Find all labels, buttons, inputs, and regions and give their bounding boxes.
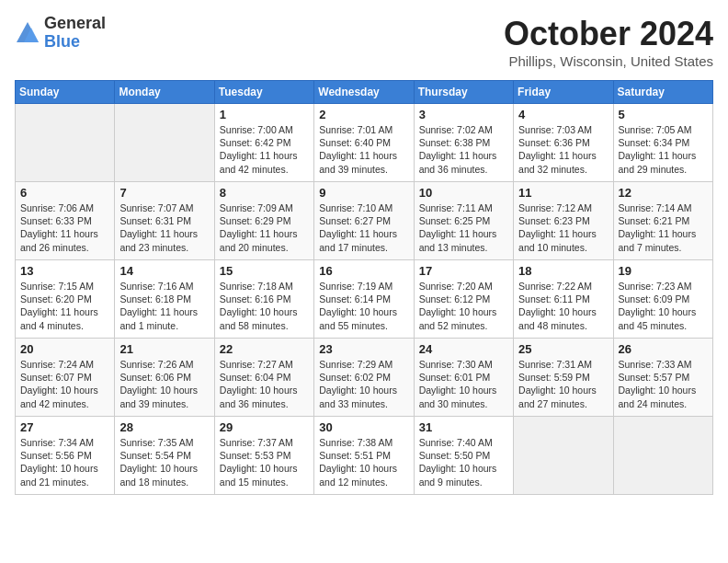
calendar-cell: 19Sunrise: 7:23 AMSunset: 6:09 PMDayligh… xyxy=(613,260,712,339)
cell-info-line: Sunset: 6:21 PM xyxy=(619,214,708,227)
calendar-cell: 18Sunrise: 7:22 AMSunset: 6:11 PMDayligh… xyxy=(514,260,613,339)
cell-info-line: Sunset: 6:04 PM xyxy=(220,371,309,384)
cell-info-line: Sunset: 6:38 PM xyxy=(419,136,508,149)
weekday-header: Saturday xyxy=(613,81,712,104)
cell-info-line: Daylight: 10 hours xyxy=(119,384,209,396)
cell-info-line: Sunset: 6:18 PM xyxy=(119,293,209,305)
cell-info-line: and 32 minutes. xyxy=(518,163,608,176)
cell-info-line: and 15 minutes. xyxy=(220,476,309,488)
cell-info-line: and 4 minutes. xyxy=(20,319,109,332)
cell-info-line: and 17 minutes. xyxy=(319,241,408,254)
calendar-header: SundayMondayTuesdayWednesdayThursdayFrid… xyxy=(16,81,713,104)
calendar-cell: 22Sunrise: 7:27 AMSunset: 6:04 PMDayligh… xyxy=(214,339,313,417)
cell-info-line: Sunset: 6:20 PM xyxy=(20,293,109,305)
day-number: 17 xyxy=(419,264,508,278)
cell-info-line: and 52 minutes. xyxy=(419,319,508,332)
cell-info-line: Sunrise: 7:23 AM xyxy=(619,280,708,293)
calendar-body: 1Sunrise: 7:00 AMSunset: 6:42 PMDaylight… xyxy=(16,104,713,495)
calendar-cell: 15Sunrise: 7:18 AMSunset: 6:16 PMDayligh… xyxy=(214,260,313,339)
cell-info-line: Daylight: 11 hours xyxy=(20,305,109,318)
cell-info-line: Sunset: 6:34 PM xyxy=(619,136,708,149)
cell-info-line: Sunrise: 7:16 AM xyxy=(119,280,209,293)
day-number: 5 xyxy=(619,108,708,121)
day-number: 28 xyxy=(119,420,209,434)
calendar-cell: 11Sunrise: 7:12 AMSunset: 6:23 PMDayligh… xyxy=(514,182,613,260)
cell-info-line: Sunset: 5:57 PM xyxy=(619,371,708,384)
cell-info-line: Sunset: 6:29 PM xyxy=(220,214,309,227)
cell-info-line: and 9 minutes. xyxy=(419,476,508,488)
cell-info-line: Sunset: 6:06 PM xyxy=(119,371,209,384)
day-number: 12 xyxy=(619,186,708,200)
calendar-cell: 4Sunrise: 7:03 AMSunset: 6:36 PMDaylight… xyxy=(514,104,613,182)
cell-info-line: Sunset: 5:59 PM xyxy=(518,371,608,384)
calendar-cell xyxy=(613,417,712,495)
weekday-header: Thursday xyxy=(414,81,513,104)
cell-info-line: Sunrise: 7:20 AM xyxy=(419,280,508,293)
cell-info-line: and 18 minutes. xyxy=(119,476,209,488)
cell-info-line: Sunset: 6:42 PM xyxy=(220,136,309,149)
cell-info-line: Sunrise: 7:38 AM xyxy=(319,436,408,449)
calendar-cell: 20Sunrise: 7:24 AMSunset: 6:07 PMDayligh… xyxy=(16,339,115,417)
cell-info-line: Sunset: 6:16 PM xyxy=(220,293,309,305)
cell-info-line: Daylight: 10 hours xyxy=(419,462,508,475)
cell-info-line: and 20 minutes. xyxy=(220,241,309,254)
logo-general-text: General xyxy=(44,15,106,33)
cell-info-line: Daylight: 11 hours xyxy=(319,227,408,240)
cell-info-line: Sunrise: 7:14 AM xyxy=(619,201,708,214)
calendar-cell: 12Sunrise: 7:14 AMSunset: 6:21 PMDayligh… xyxy=(613,182,712,260)
cell-info-line: Sunrise: 7:06 AM xyxy=(20,201,109,214)
cell-info-line: Sunrise: 7:30 AM xyxy=(419,358,508,371)
cell-info-line: Sunset: 5:54 PM xyxy=(119,449,209,462)
cell-info-line: Sunset: 6:07 PM xyxy=(20,371,109,384)
calendar-cell xyxy=(514,417,613,495)
cell-info-line: Sunset: 6:27 PM xyxy=(319,214,408,227)
calendar-cell: 5Sunrise: 7:05 AMSunset: 6:34 PMDaylight… xyxy=(613,104,712,182)
day-number: 6 xyxy=(20,186,109,200)
day-number: 30 xyxy=(319,420,408,434)
cell-info-line: Sunset: 6:33 PM xyxy=(20,214,109,227)
cell-info-line: Sunrise: 7:07 AM xyxy=(119,201,209,214)
day-number: 27 xyxy=(20,420,109,434)
cell-info-line: Sunset: 5:53 PM xyxy=(220,449,309,462)
cell-info-line: Daylight: 11 hours xyxy=(619,227,708,240)
cell-info-line: Daylight: 11 hours xyxy=(119,227,209,240)
calendar-week-row: 13Sunrise: 7:15 AMSunset: 6:20 PMDayligh… xyxy=(16,260,713,339)
cell-info-line: Sunset: 6:01 PM xyxy=(419,371,508,384)
cell-info-line: Sunset: 5:50 PM xyxy=(419,449,508,462)
calendar-cell: 26Sunrise: 7:33 AMSunset: 5:57 PMDayligh… xyxy=(613,339,712,417)
logo-blue-text: Blue xyxy=(44,33,106,52)
calendar-cell xyxy=(16,104,115,182)
cell-info-line: and 45 minutes. xyxy=(619,319,708,332)
cell-info-line: and 13 minutes. xyxy=(419,241,508,254)
cell-info-line: Daylight: 11 hours xyxy=(518,149,608,162)
calendar-table: SundayMondayTuesdayWednesdayThursdayFrid… xyxy=(15,80,713,495)
cell-info-line: Daylight: 10 hours xyxy=(319,305,408,318)
cell-info-line: Sunset: 5:51 PM xyxy=(319,449,408,462)
weekday-header: Tuesday xyxy=(214,81,313,104)
title-block: October 2024 Phillips, Wisconsin, United… xyxy=(504,15,713,69)
day-number: 18 xyxy=(518,264,608,278)
calendar-week-row: 6Sunrise: 7:06 AMSunset: 6:33 PMDaylight… xyxy=(16,182,713,260)
cell-info-line: and 58 minutes. xyxy=(220,319,309,332)
day-number: 16 xyxy=(319,264,408,278)
calendar-cell: 8Sunrise: 7:09 AMSunset: 6:29 PMDaylight… xyxy=(214,182,313,260)
cell-info-line: Daylight: 10 hours xyxy=(20,462,109,475)
cell-info-line: and 27 minutes. xyxy=(518,397,608,410)
calendar-cell: 16Sunrise: 7:19 AMSunset: 6:14 PMDayligh… xyxy=(314,260,414,339)
day-number: 15 xyxy=(220,264,309,278)
calendar-week-row: 20Sunrise: 7:24 AMSunset: 6:07 PMDayligh… xyxy=(16,339,713,417)
cell-info-line: and 55 minutes. xyxy=(319,319,408,332)
cell-info-line: Sunset: 5:56 PM xyxy=(20,449,109,462)
cell-info-line: Daylight: 11 hours xyxy=(220,149,309,162)
cell-info-line: Sunset: 6:36 PM xyxy=(518,136,608,149)
calendar-cell: 29Sunrise: 7:37 AMSunset: 5:53 PMDayligh… xyxy=(214,417,313,495)
cell-info-line: Daylight: 11 hours xyxy=(319,149,408,162)
cell-info-line: Sunrise: 7:00 AM xyxy=(220,123,309,136)
calendar-cell: 28Sunrise: 7:35 AMSunset: 5:54 PMDayligh… xyxy=(115,417,214,495)
cell-info-line: and 24 minutes. xyxy=(619,397,708,410)
cell-info-line: Daylight: 11 hours xyxy=(419,149,508,162)
calendar-week-row: 27Sunrise: 7:34 AMSunset: 5:56 PMDayligh… xyxy=(16,417,713,495)
cell-info-line: Sunrise: 7:37 AM xyxy=(220,436,309,449)
cell-info-line: Daylight: 11 hours xyxy=(419,227,508,240)
cell-info-line: Daylight: 10 hours xyxy=(220,462,309,475)
